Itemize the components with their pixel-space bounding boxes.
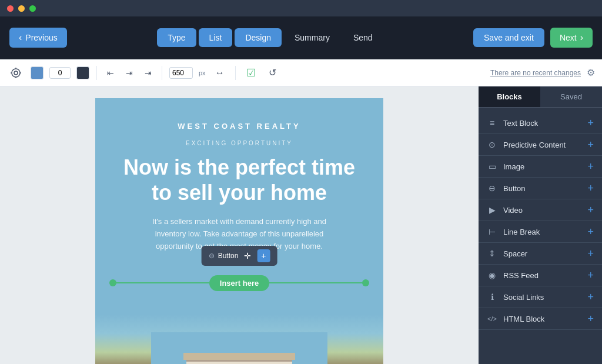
spacer-icon: ⇕: [487, 249, 497, 258]
top-bar-center: Type List Design Summary Send: [157, 28, 383, 47]
video-icon: ▶: [487, 205, 497, 215]
block-item-button[interactable]: ⊖ Button +: [479, 178, 602, 199]
toolbar-separator-1: [96, 66, 97, 80]
social-links-label: Social Links: [503, 293, 544, 302]
button-add-button[interactable]: +: [587, 183, 594, 193]
window-close-dot[interactable]: [7, 5, 14, 12]
recent-changes-label[interactable]: There are no recent changes: [490, 69, 581, 77]
previous-button[interactable]: Previous: [9, 28, 67, 48]
line-break-add-button[interactable]: +: [587, 226, 594, 237]
settings-gear-button[interactable]: ⚙: [587, 67, 595, 78]
svg-rect-13: [183, 353, 295, 360]
insert-here-button[interactable]: Insert here: [209, 275, 269, 291]
email-headline: Now is the perfect time to sell your hom…: [113, 155, 366, 205]
canvas-area: WEST COAST REALTY EXCITING OPPORTUNITY N…: [0, 86, 479, 364]
block-item-rss-feed[interactable]: ◉ RSS Feed +: [479, 265, 602, 286]
line-break-icon: ⊢: [487, 227, 497, 236]
block-item-video[interactable]: ▶ Video +: [479, 199, 602, 221]
number-input[interactable]: [49, 67, 71, 79]
px-label: px: [199, 69, 206, 76]
text-block-add-button[interactable]: +: [587, 118, 594, 128]
window-chrome: [0, 0, 602, 16]
block-item-predictive-content[interactable]: ⊙ Predictive Content +: [479, 134, 602, 156]
button-icon-shape: ⊖: [209, 252, 215, 260]
save-exit-button[interactable]: Save and exit: [473, 28, 544, 47]
color-picker-blue[interactable]: [31, 66, 44, 79]
block-item-social-links[interactable]: ℹ Social Links +: [479, 286, 602, 308]
top-bar-left: Previous: [9, 28, 67, 48]
next-button[interactable]: Next: [550, 28, 593, 48]
svg-point-1: [14, 71, 18, 75]
tab-list[interactable]: List: [199, 28, 233, 47]
house-illustration: 2244: [151, 332, 327, 364]
tab-blocks[interactable]: Blocks: [479, 86, 540, 107]
window-maximize-dot[interactable]: [29, 5, 36, 12]
html-block-label: HTML Block: [503, 315, 544, 323]
sidebar-blocks-list: ≡ Text Block + ⊙ Predictive Content + ▭ …: [479, 108, 602, 364]
undo-icon-button[interactable]: ↺: [265, 65, 280, 81]
right-sidebar: Blocks Saved ≡ Text Block + ⊙ Predictive…: [479, 86, 602, 364]
expand-icon-button[interactable]: ↔: [212, 65, 228, 81]
button-icon: ⊖: [487, 183, 497, 193]
text-block-label: Text Block: [503, 119, 538, 128]
tab-design[interactable]: Design: [235, 28, 282, 47]
button-label: Button: [503, 184, 526, 193]
tab-type[interactable]: Type: [157, 28, 196, 47]
window-minimize-dot[interactable]: [18, 5, 25, 12]
email-photo-section: 2244: [95, 315, 383, 364]
block-item-spacer[interactable]: ⇕ Spacer +: [479, 243, 602, 265]
svg-point-0: [12, 69, 20, 77]
toolbar: ⇤ ⇥ ⇥ px ↔ ☑ ↺ There are no recent chang…: [0, 59, 602, 86]
target-icon-button[interactable]: [7, 65, 25, 81]
text-block-icon: ≡: [487, 118, 497, 128]
align-left-button[interactable]: ⇤: [104, 66, 117, 79]
align-right-button[interactable]: ⇥: [142, 66, 155, 79]
checkbox-icon-button[interactable]: ☑: [243, 64, 259, 82]
block-item-html-block[interactable]: </> HTML Block +: [479, 308, 602, 330]
rss-feed-add-button[interactable]: +: [587, 270, 594, 280]
align-center-button[interactable]: ⇥: [123, 66, 136, 79]
top-bar-right: Save and exit Next: [473, 28, 593, 48]
html-block-icon: </>: [487, 315, 497, 322]
line-break-label: Line Break: [503, 228, 540, 236]
social-links-icon: ℹ: [487, 292, 497, 302]
social-links-add-button[interactable]: +: [587, 292, 594, 302]
image-icon: ▭: [487, 162, 497, 171]
block-item-text-block[interactable]: ≡ Text Block +: [479, 112, 602, 134]
color-picker-dark[interactable]: [76, 66, 89, 79]
rss-feed-label: RSS Feed: [503, 271, 539, 280]
video-add-button[interactable]: +: [587, 205, 594, 215]
email-canvas: WEST COAST REALTY EXCITING OPPORTUNITY N…: [95, 98, 383, 364]
rss-feed-icon: ◉: [487, 271, 497, 280]
email-blue-section: WEST COAST REALTY EXCITING OPPORTUNITY N…: [95, 98, 383, 315]
predictive-content-add-button[interactable]: +: [587, 139, 594, 150]
top-bar: Previous Type List Design Summary Send S…: [0, 16, 602, 59]
toolbar-separator-3: [235, 66, 236, 80]
block-item-image[interactable]: ▭ Image +: [479, 156, 602, 178]
html-block-add-button[interactable]: +: [587, 313, 594, 324]
toolbar-separator-2: [162, 66, 162, 80]
insert-here-row: Insert here: [113, 275, 366, 291]
image-label: Image: [503, 162, 524, 171]
insert-here-dot-left: [109, 279, 116, 286]
insert-here-dot-right: [362, 279, 369, 286]
svg-rect-14: [186, 360, 292, 362]
image-add-button[interactable]: +: [587, 161, 594, 172]
predictive-content-icon: ⊙: [487, 140, 497, 149]
width-input[interactable]: [169, 67, 193, 79]
sidebar-tabs: Blocks Saved: [479, 86, 602, 108]
drag-handle-icon[interactable]: ✛: [244, 251, 251, 261]
insert-here-line-left: [113, 282, 209, 283]
tab-summary[interactable]: Summary: [284, 28, 340, 47]
video-label: Video: [503, 206, 523, 215]
block-item-line-break[interactable]: ⊢ Line Break +: [479, 221, 602, 243]
predictive-content-label: Predictive Content: [503, 141, 566, 149]
tab-send[interactable]: Send: [343, 28, 383, 47]
spacer-add-button[interactable]: +: [587, 248, 594, 259]
email-subheading: EXCITING OPPORTUNITY: [113, 140, 366, 146]
spacer-label: Spacer: [503, 249, 527, 258]
button-block-label-text: Button: [218, 252, 239, 260]
tab-saved[interactable]: Saved: [540, 86, 602, 107]
button-block-add-button[interactable]: +: [257, 249, 270, 262]
email-brand: WEST COAST REALTY: [113, 122, 366, 131]
